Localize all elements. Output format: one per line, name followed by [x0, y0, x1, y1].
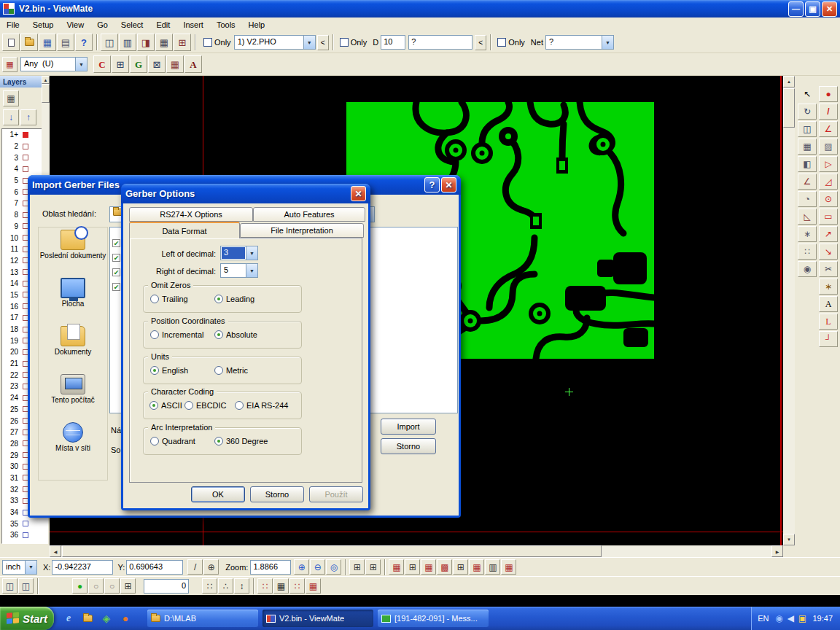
layer-row-2[interactable]: 2	[2, 141, 47, 152]
pad-pattern-button[interactable]: ▦	[155, 34, 173, 51]
layer-prev-button[interactable]: <	[317, 35, 329, 50]
close-button[interactable]: ✕	[822, 1, 837, 17]
query-button[interactable]: ◔	[798, 191, 817, 207]
radio-trailing[interactable]: Trailing	[150, 295, 188, 303]
zoom-window-button[interactable]: ◎	[326, 559, 341, 575]
dcode-prev-button[interactable]: <	[475, 35, 486, 50]
gerber-dialog-titlebar[interactable]: Gerber Options ✕	[121, 184, 370, 203]
place-posledn-dokumenty[interactable]: Poslední dokumenty	[39, 228, 107, 276]
open-folder-button[interactable]	[20, 34, 38, 51]
pad-style-1-button[interactable]: ▦	[389, 559, 404, 575]
obround-draw-button[interactable]: ▭	[819, 209, 838, 225]
mirror-button[interactable]: ◧	[798, 156, 817, 172]
layer-color-swatch[interactable]	[23, 144, 28, 149]
dcode-input[interactable]: 10	[381, 35, 405, 50]
pad-draw-button[interactable]: ●	[819, 86, 838, 102]
snap-arrows-button[interactable]: ↕	[234, 578, 249, 594]
ok-button[interactable]: OK	[191, 486, 245, 502]
lamp-off-button[interactable]: ○	[88, 578, 104, 594]
pattern-h-button[interactable]: ▦	[166, 55, 184, 73]
rotate-button[interactable]: ∠	[798, 174, 817, 190]
radio-ascii[interactable]: ASCII	[149, 401, 182, 410]
char-a-button[interactable]: A	[184, 55, 202, 73]
tab-rs274-x-options[interactable]: RS274-X Options	[129, 207, 253, 222]
dropdown-arrow-icon[interactable]: ▼	[303, 36, 315, 49]
target-1-button[interactable]: ⊞	[112, 55, 129, 73]
layer-combo[interactable]: 1) V2.PHO ▼	[234, 35, 316, 50]
radio-360-degree[interactable]: 360 Degree	[214, 437, 268, 446]
any-combo[interactable]: Any (U) ▼	[20, 57, 88, 71]
scroll-thumb[interactable]	[42, 84, 50, 103]
layer-row-3[interactable]: 3	[2, 152, 47, 163]
dropdown-arrow-icon[interactable]: ▼	[602, 36, 613, 49]
grid-pattern-button[interactable]: ⊞	[174, 34, 191, 51]
only-net-checkbox[interactable]	[497, 38, 506, 47]
file-checkbox[interactable]: ✔	[112, 254, 120, 262]
file-checkbox[interactable]: ✔	[112, 239, 120, 247]
radio-absolute[interactable]: Absolute	[214, 330, 257, 339]
red-grid-3-button[interactable]: ∷	[289, 578, 305, 594]
minimize-button[interactable]: —	[788, 1, 804, 17]
cursor-button[interactable]: ↖	[798, 86, 817, 102]
dropdown-arrow-icon[interactable]: ▼	[25, 561, 36, 574]
char-g-button[interactable]: G	[130, 55, 147, 73]
layer-color-swatch[interactable]	[23, 521, 28, 526]
aperture-table-button[interactable]: ⊞	[365, 559, 381, 575]
circle-draw-button[interactable]: ⊙	[819, 191, 838, 207]
pad-style-3-button[interactable]: ▦	[421, 559, 436, 575]
radio-eia-rs-244[interactable]: EIA RS-244	[235, 401, 288, 410]
task-button-0[interactable]: D:\MLAB	[147, 610, 258, 627]
dropdown-arrow-icon[interactable]: ▼	[246, 246, 257, 260]
trace-pattern-button[interactable]: ◨	[137, 34, 155, 51]
radio-incremental[interactable]: Incremental	[150, 330, 203, 339]
layer-merge-button[interactable]: ◫	[18, 578, 34, 594]
dialog-close-button[interactable]: ✕	[441, 177, 456, 192]
scroll-up-icon[interactable]: ▲	[783, 76, 795, 88]
layer-color-swatch[interactable]	[23, 532, 28, 538]
angle-draw-button[interactable]: ∠	[819, 121, 838, 137]
radio-metric[interactable]: Metric	[214, 366, 248, 375]
select-pattern-button[interactable]: ▦	[2, 57, 18, 72]
restore-button[interactable]: ▣	[805, 1, 820, 17]
fill-rect-button[interactable]: ▨	[819, 139, 838, 155]
scroll-up-icon[interactable]: ▲	[42, 76, 50, 84]
menu-select[interactable]: Select	[114, 18, 150, 32]
grid-toggle-button[interactable]: ⊞	[120, 578, 136, 594]
help-select-button[interactable]: ?	[75, 34, 93, 51]
place-tento-po-ta[interactable]: Tento počítač	[39, 372, 107, 420]
task-button-1[interactable]: V2.bin - ViewMate	[262, 610, 373, 627]
layer-table-button[interactable]: ▦	[3, 90, 19, 106]
language-indicator[interactable]: EN	[758, 614, 769, 623]
dot-grid-button[interactable]: ∷	[202, 578, 217, 594]
place-plocha[interactable]: Plocha	[39, 276, 107, 324]
redraw-button[interactable]: ↻	[798, 104, 817, 120]
layer-down-button[interactable]: ↓	[3, 109, 19, 125]
firefox-button[interactable]: ●	[118, 611, 133, 626]
origin-button[interactable]: ⊕	[203, 559, 219, 575]
layer-row-4[interactable]: 4	[2, 163, 47, 175]
arc-draw-button[interactable]: ◿	[819, 174, 838, 190]
menu-tools[interactable]: Tools	[210, 18, 242, 32]
zoom-value[interactable]: 1.8866	[250, 560, 291, 575]
diagonal-measure-button[interactable]: /	[187, 559, 203, 575]
target-2-button[interactable]: ⊠	[148, 55, 166, 73]
volume-tray-button[interactable]: ◀	[785, 612, 796, 624]
only-layer-checkbox[interactable]	[203, 38, 212, 47]
place-m-sta-v-s-ti[interactable]: Místa v síti	[39, 420, 107, 468]
layer-color-swatch[interactable]	[23, 166, 28, 172]
pad-style-2-button[interactable]: ⊞	[405, 559, 420, 575]
triangle-button[interactable]: ◺	[798, 209, 817, 225]
dropdown-arrow-icon[interactable]: ▼	[246, 264, 257, 277]
tab-data-format[interactable]: Data Format	[129, 222, 240, 238]
char-c-button[interactable]: C	[93, 55, 111, 73]
scroll-left-icon[interactable]: ◀	[50, 545, 61, 557]
scroll-right-icon[interactable]: ▶	[771, 545, 783, 557]
move-button[interactable]: ↗	[819, 226, 838, 242]
menu-view[interactable]: View	[60, 18, 90, 32]
snap-button[interactable]: ∗	[798, 226, 817, 242]
wheel-button[interactable]: ◉	[798, 261, 817, 277]
points-button[interactable]: ∷	[798, 244, 817, 260]
pad-style-4-button[interactable]: ▩	[437, 559, 452, 575]
menu-edit[interactable]: Edit	[149, 18, 176, 32]
menu-help[interactable]: Help	[242, 18, 272, 32]
